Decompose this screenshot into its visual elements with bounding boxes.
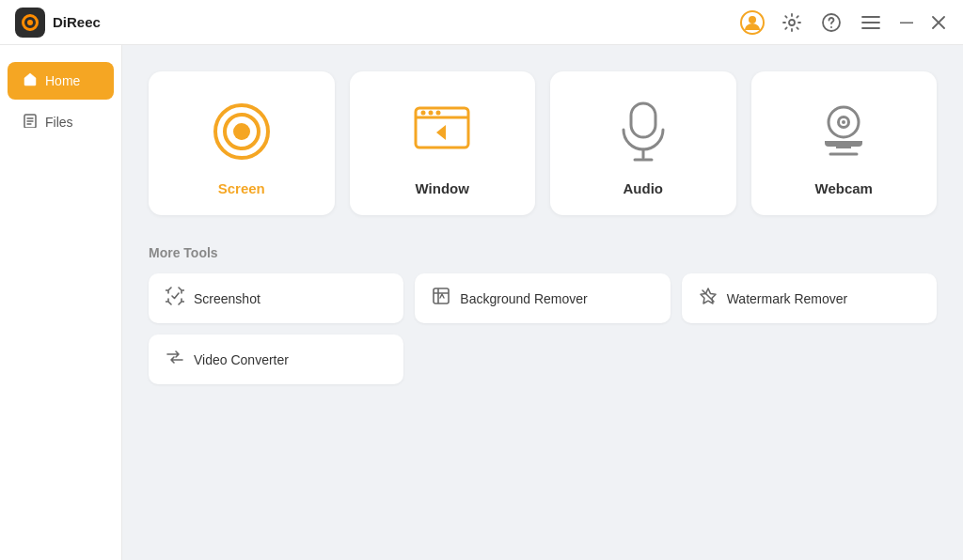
app-name: DiReec bbox=[53, 14, 101, 30]
sidebar-item-files[interactable]: Files bbox=[8, 103, 114, 141]
main-layout: Home Files bbox=[0, 45, 963, 560]
audio-card-icon bbox=[609, 98, 677, 165]
recording-cards: Screen Window bbox=[149, 71, 937, 215]
user-icon[interactable] bbox=[739, 9, 766, 36]
window-label: Window bbox=[416, 180, 469, 196]
logo-icon bbox=[15, 8, 45, 38]
sidebar-home-label: Home bbox=[45, 73, 80, 88]
titlebar-actions bbox=[739, 9, 948, 36]
watermark-remover-label: Watermark Remover bbox=[727, 291, 848, 306]
webcam-label: Webcam bbox=[815, 180, 873, 196]
logo-dot bbox=[27, 20, 33, 25]
svg-rect-14 bbox=[631, 103, 655, 137]
home-icon bbox=[23, 71, 38, 90]
screenshot-tool[interactable]: Screenshot bbox=[149, 273, 403, 323]
app-logo: DiReec bbox=[15, 8, 101, 38]
screen-label: Screen bbox=[218, 180, 265, 196]
files-icon bbox=[23, 113, 38, 132]
menu-icon[interactable] bbox=[858, 9, 884, 36]
watermark-remover-icon bbox=[699, 287, 718, 310]
watermark-remover-tool[interactable]: Watermark Remover bbox=[682, 273, 937, 323]
screen-card[interactable]: Screen bbox=[149, 71, 335, 215]
svg-point-4 bbox=[830, 26, 832, 28]
audio-label: Audio bbox=[624, 180, 664, 196]
webcam-card-icon bbox=[810, 98, 877, 165]
webcam-card[interactable]: Webcam bbox=[751, 71, 938, 215]
screenshot-icon bbox=[166, 287, 184, 310]
logo-ring bbox=[22, 14, 39, 31]
window-card[interactable]: Window bbox=[350, 71, 536, 215]
background-remover-label: Background Remover bbox=[460, 291, 587, 306]
background-remover-icon bbox=[432, 287, 450, 310]
svg-point-13 bbox=[436, 111, 441, 116]
video-converter-label: Video Converter bbox=[194, 352, 289, 367]
background-remover-tool[interactable]: Background Remover bbox=[415, 273, 670, 323]
minimize-button[interactable] bbox=[897, 13, 916, 32]
help-icon[interactable] bbox=[818, 9, 845, 36]
svg-point-2 bbox=[789, 20, 795, 25]
titlebar: DiReec bbox=[0, 0, 963, 45]
main-content: Screen Window bbox=[122, 45, 963, 560]
more-tools-section: More Tools Screenshot bbox=[149, 245, 937, 384]
svg-point-1 bbox=[749, 16, 756, 23]
tools-grid: Screenshot Background Remover bbox=[149, 273, 937, 384]
screenshot-label: Screenshot bbox=[194, 291, 260, 306]
video-converter-icon bbox=[166, 348, 184, 371]
svg-point-11 bbox=[421, 111, 426, 116]
svg-rect-5 bbox=[900, 22, 913, 23]
svg-point-9 bbox=[233, 123, 250, 140]
close-button[interactable] bbox=[929, 13, 948, 32]
window-card-icon bbox=[408, 98, 476, 165]
svg-point-12 bbox=[429, 111, 434, 116]
sidebar: Home Files bbox=[0, 45, 122, 560]
screen-card-icon bbox=[208, 98, 276, 165]
sidebar-item-home[interactable]: Home bbox=[8, 62, 114, 100]
audio-card[interactable]: Audio bbox=[550, 71, 736, 215]
settings-icon[interactable] bbox=[779, 9, 805, 36]
more-tools-title: More Tools bbox=[149, 245, 937, 260]
sidebar-files-label: Files bbox=[45, 115, 73, 130]
svg-point-18 bbox=[842, 120, 845, 124]
video-converter-tool[interactable]: Video Converter bbox=[149, 334, 403, 384]
